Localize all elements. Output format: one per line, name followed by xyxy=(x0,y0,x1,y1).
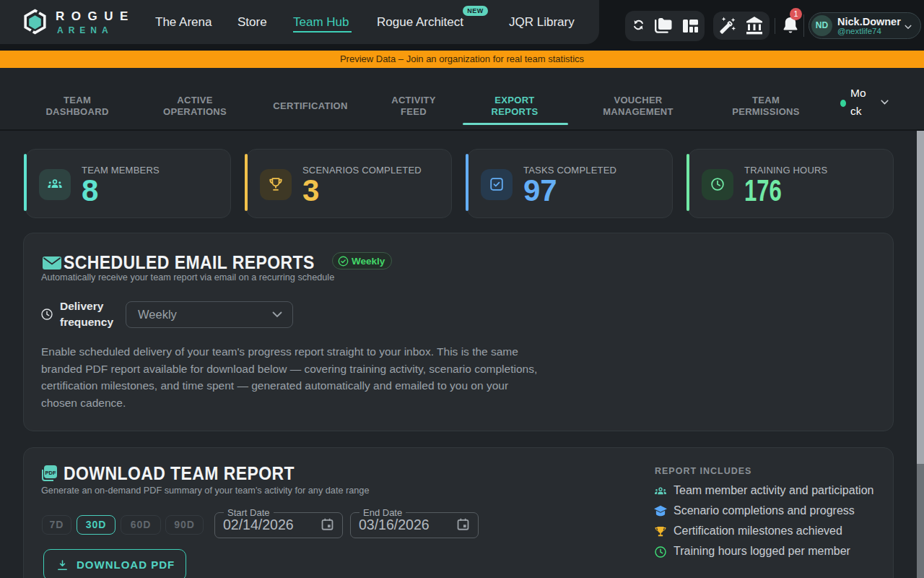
svg-text:PDF: PDF xyxy=(45,470,56,476)
